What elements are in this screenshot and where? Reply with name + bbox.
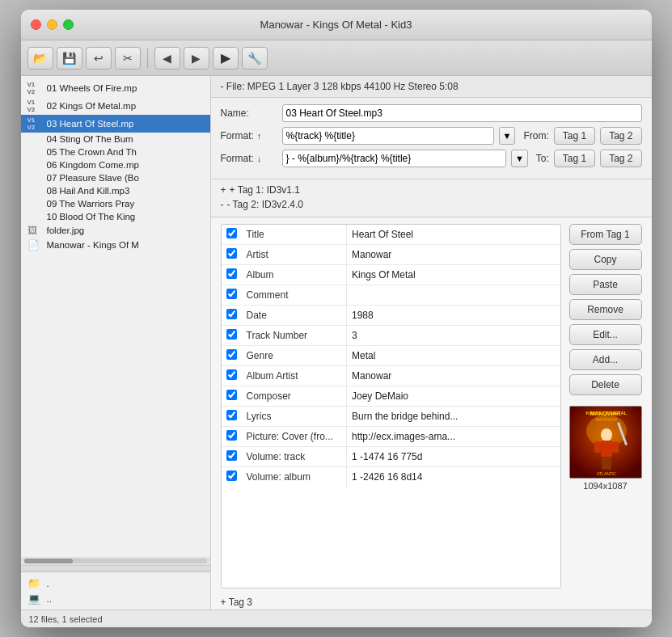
composer-checkbox[interactable]	[226, 390, 237, 400]
save-button[interactable]: 💾	[57, 47, 82, 70]
status-text: 12 files, 1 selected	[29, 614, 103, 624]
from-tag1-btn[interactable]: Tag 1	[554, 127, 595, 145]
file-item[interactable]: 05 The Crown And Th	[21, 146, 210, 158]
image-icon: 🖼	[27, 225, 44, 236]
field-value[interactable]: 3	[347, 326, 560, 346]
file-list: V1V2 01 Wheels Of Fire.mp V1V2 02 Kings …	[21, 76, 210, 557]
add-btn[interactable]: Add...	[569, 349, 642, 370]
minimize-button[interactable]	[47, 19, 57, 30]
file-item[interactable]: V1V2 02 Kings Of Metal.mp	[21, 97, 210, 115]
file-item[interactable]: 07 Pleasure Slave (Bo	[21, 171, 210, 184]
file-item[interactable]: 04 Sting Of The Bum	[21, 133, 210, 146]
albumartist-checkbox[interactable]	[226, 369, 237, 380]
format-down-dropdown[interactable]: ▼	[511, 150, 528, 167]
table-row: Lyrics Burn the bridge behind...	[222, 407, 560, 427]
field-value[interactable]: Kings Of Metal	[347, 265, 560, 285]
volumealbum-checkbox[interactable]	[226, 470, 237, 481]
toolbar-separator	[147, 49, 148, 68]
comment-checkbox[interactable]	[226, 289, 237, 299]
tag3-expand-icon: +	[221, 597, 226, 608]
back-icon: ◀	[163, 52, 171, 65]
field-value[interactable]: 1 -1474 16 775d	[347, 447, 560, 467]
field-value[interactable]: http://ecx.images-ama...	[347, 427, 560, 447]
file-item-selected[interactable]: V1V2 03 Heart Of Steel.mp	[21, 115, 210, 133]
field-value[interactable]: 1988	[347, 306, 560, 326]
to-tag2-btn[interactable]: Tag 2	[600, 150, 641, 167]
svg-rect-9	[606, 457, 611, 470]
table-row: Comment	[222, 285, 560, 306]
sidebar-folder-dotdot[interactable]: 💻 ..	[21, 591, 210, 606]
remove-btn[interactable]: Remove	[569, 299, 642, 320]
tracknumber-checkbox[interactable]	[226, 329, 237, 340]
tag3-hint: + Tag 3	[211, 595, 652, 610]
edit-btn[interactable]: Edit...	[569, 324, 642, 345]
from-tag2-btn[interactable]: Tag 2	[600, 127, 641, 145]
field-value[interactable]: Metal	[347, 346, 560, 366]
album-checkbox[interactable]	[226, 268, 237, 279]
table-row: Volume: track 1 -1474 16 775d	[222, 447, 560, 467]
field-name: Genre	[242, 346, 347, 366]
back-button[interactable]: ◀	[154, 47, 180, 70]
close-button[interactable]	[31, 19, 41, 30]
delete-btn[interactable]: Delete	[569, 374, 642, 395]
dropdown-arrow-icon: ▼	[503, 131, 512, 141]
sidebar-scrollbar[interactable]	[21, 557, 210, 565]
artist-checkbox[interactable]	[226, 248, 237, 259]
title-checkbox[interactable]	[226, 228, 237, 238]
field-value[interactable]: 1 -2426 16 8d14	[347, 467, 560, 487]
table-row: Title Heart Of Steel	[222, 225, 560, 245]
open-button[interactable]: 📂	[27, 47, 53, 70]
field-value[interactable]	[347, 285, 560, 306]
table-row: Artist Manowar	[222, 245, 560, 265]
file-item[interactable]: 09 The Warriors Pray	[21, 197, 210, 210]
settings-button[interactable]: 🔧	[242, 47, 268, 70]
date-checkbox[interactable]	[226, 309, 237, 319]
file-item[interactable]: V1V2 01 Wheels Of Fire.mp	[21, 79, 210, 97]
from-tag1-action-btn[interactable]: From Tag 1	[569, 224, 642, 245]
svg-rect-6	[594, 441, 601, 453]
format-up-input[interactable]	[282, 127, 494, 145]
zoom-button[interactable]	[63, 19, 74, 30]
scrollbar-thumb[interactable]	[24, 559, 73, 563]
table-row: Volume: album 1 -2426 16 8d14	[222, 467, 560, 487]
cut-button[interactable]: ✂	[115, 47, 141, 70]
table-row: Composer Joey DeMaio	[222, 386, 560, 407]
format-up-dropdown[interactable]: ▼	[499, 127, 516, 145]
picture-checkbox[interactable]	[226, 430, 237, 441]
drive-icon: 💻	[27, 593, 44, 605]
file-item[interactable]: 06 Kingdom Come.mp	[21, 158, 210, 171]
to-label: To:	[536, 153, 549, 164]
field-name: Artist	[242, 245, 347, 265]
file-item-image[interactable]: 🖼 folder.jpg	[21, 223, 210, 238]
open-icon: 📂	[33, 52, 47, 65]
sidebar-folder-dot[interactable]: 📁 .	[21, 576, 210, 591]
traffic-lights	[31, 19, 74, 30]
file-item[interactable]: 10 Blood Of The King	[21, 210, 210, 223]
sidebar-divider	[21, 565, 210, 572]
tag1-collapse[interactable]: + + Tag 1: ID3v1.1	[221, 183, 642, 197]
file-item-misc[interactable]: 📄 Manowar - Kings Of M	[21, 238, 210, 252]
copy-btn[interactable]: Copy	[569, 249, 642, 270]
volumetrack-checkbox[interactable]	[226, 450, 237, 461]
lyrics-checkbox[interactable]	[226, 410, 237, 420]
field-value[interactable]: Manowar	[347, 245, 560, 265]
field-name: Track Number	[242, 326, 347, 346]
undo-button[interactable]: ↩	[86, 47, 112, 70]
album-art-container: KINGS OF METAL MANOWAR	[569, 406, 642, 491]
field-value[interactable]: Heart Of Steel	[347, 225, 560, 245]
paste-btn[interactable]: Paste	[569, 274, 642, 295]
tag2-collapse[interactable]: - - Tag 2: ID3v2.4.0	[221, 197, 642, 212]
play-button[interactable]: ▶	[213, 47, 239, 70]
field-value[interactable]: Joey DeMaio	[347, 386, 560, 407]
format-down-input[interactable]	[282, 150, 506, 167]
forward-button[interactable]: ▶	[184, 47, 209, 70]
folder-icon: 📁	[27, 577, 44, 589]
name-input[interactable]	[282, 104, 642, 122]
field-value[interactable]: Burn the bridge behind...	[347, 407, 560, 427]
genre-checkbox[interactable]	[226, 349, 237, 360]
to-tag1-btn[interactable]: Tag 1	[554, 150, 595, 167]
file-item[interactable]: 08 Hail And Kill.mp3	[21, 184, 210, 197]
file-info-bar: - File: MPEG 1 Layer 3 128 kbps 44100 Hz…	[211, 76, 652, 98]
svg-rect-5	[601, 441, 612, 457]
field-value[interactable]: Manowar	[347, 366, 560, 386]
